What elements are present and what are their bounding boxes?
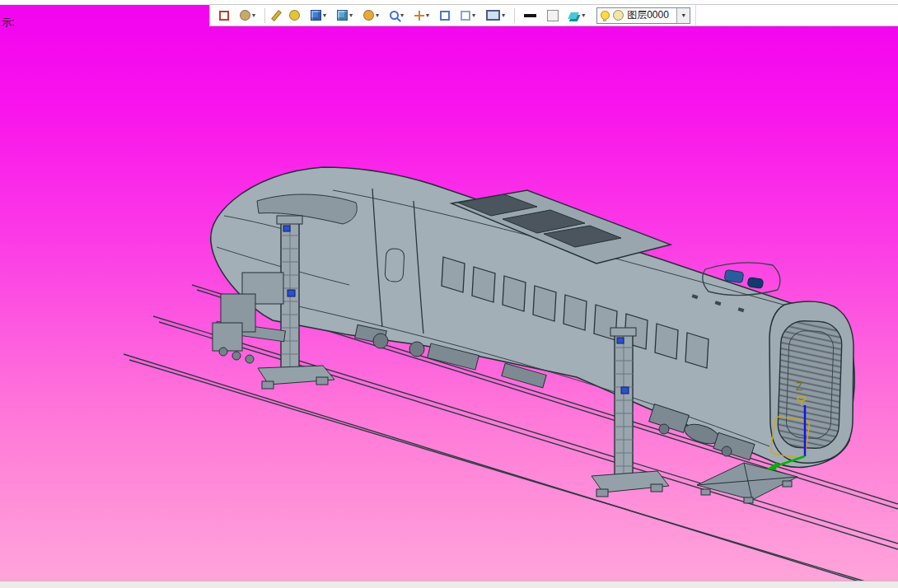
toolbar-icon-group: ▾▾▾▾▾▾▾▾▾	[215, 7, 589, 24]
light-source-icon[interactable]	[285, 7, 304, 23]
roof-blue-hatch-1	[724, 269, 744, 282]
wireframe-view-icon-glyph	[337, 10, 348, 21]
color-wheel-icon[interactable]: ▾	[359, 7, 383, 23]
lift-platform[interactable]	[697, 463, 797, 503]
solid-render-cube-icon[interactable]: ▾	[306, 7, 330, 23]
wireframe-view-icon[interactable]: ▾	[333, 7, 357, 23]
line-width-icon-glyph	[524, 14, 536, 17]
pan-move-icon-dropdown[interactable]: ▾	[426, 12, 429, 19]
color-wheel-icon-glyph	[363, 10, 374, 21]
line-width-icon[interactable]	[520, 12, 540, 20]
layer-visibility-bulb-icon[interactable]	[601, 11, 610, 20]
brush-icon-glyph	[271, 10, 282, 21]
layer-selector[interactable]: 图层0000 ▾	[596, 7, 690, 24]
texture-display-icon-glyph	[219, 11, 229, 21]
sensor-marker-blue	[617, 338, 624, 343]
pan-move-icon-glyph	[414, 11, 424, 21]
layer-name: 图层0000	[627, 8, 676, 22]
zoom-icon-dropdown[interactable]: ▾	[400, 12, 404, 19]
fullscreen-monitor-icon-dropdown[interactable]: ▾	[502, 12, 505, 19]
train-rear-face[interactable]	[769, 301, 854, 463]
background-color-icon-glyph	[547, 10, 559, 21]
layer-stack-icon[interactable]: ▾	[565, 10, 589, 21]
viewport-3d[interactable]: Z	[0, 0, 898, 588]
previous-view-icon-dropdown[interactable]: ▾	[472, 12, 475, 19]
fullscreen-monitor-icon-glyph	[486, 10, 500, 21]
prompt-hint: 示:	[2, 16, 14, 30]
sensor-marker-blue	[621, 387, 629, 394]
brush-icon[interactable]	[270, 7, 283, 24]
toolbar-separator	[514, 8, 515, 23]
solid-render-cube-icon-dropdown[interactable]: ▾	[323, 12, 326, 19]
solid-render-cube-icon-glyph	[311, 10, 321, 21]
application-window: Z ▾▾▾▾▾▾▾▾▾ 图层0000 ▾ 示:	[0, 0, 898, 588]
previous-view-icon[interactable]: ▾	[456, 8, 479, 23]
sensor-marker-blue	[283, 226, 290, 231]
material-ball-icon-dropdown[interactable]: ▾	[252, 12, 255, 19]
pan-move-icon[interactable]: ▾	[410, 8, 433, 23]
layer-color-swatch[interactable]	[613, 10, 624, 21]
light-source-icon-glyph	[289, 10, 300, 21]
layer-stack-icon-dropdown[interactable]: ▾	[582, 12, 585, 19]
material-ball-icon[interactable]: ▾	[236, 7, 260, 23]
window-zoom-icon-glyph	[440, 11, 450, 21]
texture-display-icon[interactable]	[215, 8, 233, 23]
color-wheel-icon-dropdown[interactable]: ▾	[376, 12, 379, 19]
toolbar-separator	[264, 8, 265, 23]
wireframe-view-icon-dropdown[interactable]: ▾	[349, 12, 353, 19]
sensor-marker-blue	[288, 290, 295, 296]
train-model[interactable]	[211, 167, 854, 468]
display-toolbar: ▾▾▾▾▾▾▾▾▾ 图层0000 ▾	[209, 4, 898, 26]
background-color-icon[interactable]	[543, 7, 563, 24]
z-axis-label: Z	[796, 380, 803, 393]
layer-dropdown-arrow[interactable]: ▾	[676, 8, 690, 23]
layer-stack-icon-glyph	[568, 12, 579, 19]
scene-svg: Z	[0, 0, 898, 588]
previous-view-icon-glyph	[461, 11, 470, 21]
status-bar	[0, 581, 898, 588]
zoom-icon[interactable]: ▾	[386, 8, 408, 22]
window-zoom-icon[interactable]	[436, 8, 454, 23]
material-ball-icon-glyph	[240, 10, 250, 21]
zoom-icon-glyph	[390, 11, 399, 20]
roof-blue-hatch-2	[747, 278, 763, 289]
fullscreen-monitor-icon[interactable]: ▾	[482, 7, 509, 23]
